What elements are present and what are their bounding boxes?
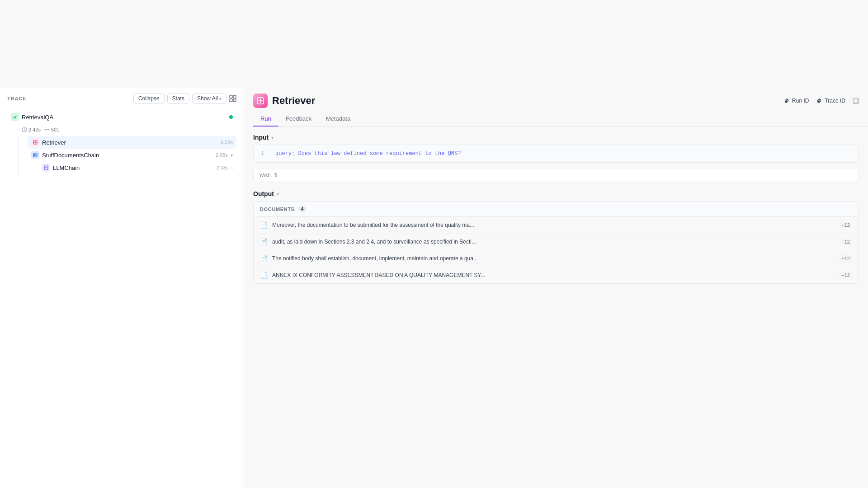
doc-icon-4: 📄	[260, 272, 268, 279]
llmchain-name: LLMChain	[53, 164, 214, 171]
svg-rect-0	[230, 95, 232, 98]
detail-header: Retriever Run ID Trace ID	[253, 88, 868, 108]
chevron-down-icon: ▾	[219, 96, 222, 101]
doc-badge-1: +12	[839, 222, 852, 228]
format-chevron-icon: ⇅	[274, 172, 278, 178]
llmchain-icon	[42, 164, 50, 172]
expand-icon[interactable]	[853, 98, 859, 104]
detail-tabs: Run Feedback Metadata	[253, 112, 868, 127]
document-row-2[interactable]: 📄 audit, as laid down in Sections 2.3 an…	[254, 234, 859, 250]
document-row-4[interactable]: 📄 ANNEX IX CONFORMITY ASSESSMENT BASED O…	[254, 267, 859, 283]
retrievalqa-name: RetrievalQA	[22, 114, 226, 121]
doc-text-3: The notified body shall establish, docum…	[272, 255, 835, 262]
documents-count-badge: 4	[298, 206, 307, 212]
trace-header: TRACE Collapse Stats Show All ▾	[0, 88, 244, 107]
trace-id-button[interactable]: Trace ID	[816, 98, 845, 104]
doc-icon-3: 📄	[260, 255, 268, 262]
line-number: 1	[261, 150, 268, 157]
retriever-icon	[31, 138, 39, 146]
svg-rect-3	[233, 99, 236, 102]
trace-label: TRACE	[7, 96, 26, 101]
input-section-header[interactable]: Input ▾	[253, 134, 859, 141]
svg-point-10	[34, 154, 36, 156]
doc-badge-2: +12	[839, 239, 852, 245]
doc-badge-4: +12	[839, 272, 852, 278]
output-chevron-icon: ▾	[277, 192, 279, 197]
content-area: Input ▾ 1 query: Does this law defined s…	[253, 134, 868, 284]
retrievalqa-icon	[11, 113, 19, 121]
tree-root: RetrievalQA 2.42s 501	[7, 111, 236, 174]
format-label: YAML	[259, 173, 272, 178]
detail-name: Retriever	[272, 95, 315, 107]
input-code-text: query: Does this law defined some requir…	[275, 150, 461, 157]
document-row-3[interactable]: 📄 The notified body shall establish, doc…	[254, 250, 859, 267]
show-all-button[interactable]: Show All ▾	[192, 94, 226, 103]
tab-metadata[interactable]: Metadata	[319, 112, 358, 127]
tree-item-retriever[interactable]: Retriever 0.33s	[28, 136, 236, 149]
doc-badge-3: +12	[839, 255, 852, 262]
input-code-block: 1 query: Does this law defined some requ…	[253, 145, 859, 163]
retriever-time: 0.33s	[221, 140, 233, 145]
run-id-button[interactable]: Run ID	[783, 98, 809, 104]
stuffdocuments-chevron-icon: ▾	[231, 153, 233, 158]
root-tokens-badge: 501	[44, 127, 59, 132]
input-chevron-icon: ▾	[271, 135, 274, 140]
document-row-1[interactable]: 📄 Moreover, the documentation to be subm…	[254, 217, 859, 234]
svg-point-5	[46, 129, 47, 131]
tree-meta-root: 2.42s 501	[7, 126, 236, 135]
tab-feedback[interactable]: Feedback	[278, 112, 319, 127]
tree-item-stuffdocumentschain[interactable]: StuffDocumentsChain 2.08s ▾	[28, 149, 236, 161]
svg-rect-1	[233, 95, 236, 98]
trace-actions: Collapse Stats Show All ▾	[133, 94, 236, 103]
tree-item-retrievalqa[interactable]: RetrievalQA	[7, 111, 236, 123]
tree-item-llmchain[interactable]: LLMChain 2.08s ›	[38, 161, 236, 174]
stuffdocuments-time: 2.08s	[216, 152, 228, 158]
svg-point-7	[48, 129, 49, 131]
doc-icon-2: 📄	[260, 238, 268, 245]
documents-label: DOCUMENTS	[260, 206, 295, 212]
doc-text-2: audit, as laid down in Sections 2.3 and …	[272, 239, 835, 245]
retriever-name: Retriever	[42, 139, 218, 146]
output-section: Output ▾ DOCUMENTS 4 📄 Moreover, the doc…	[253, 190, 859, 284]
doc-text-4: ANNEX IX CONFORMITY ASSESSMENT BASED ON …	[272, 272, 835, 278]
documents-header: DOCUMENTS 4	[254, 202, 859, 217]
svg-point-6	[44, 129, 46, 131]
stats-button[interactable]: Stats	[167, 94, 189, 103]
svg-rect-9	[33, 153, 37, 157]
detail-actions: Run ID Trace ID	[783, 98, 859, 104]
output-section-header[interactable]: Output ▾	[253, 190, 859, 197]
root-time-badge: 2.42s	[22, 127, 41, 132]
detail-title: Retriever	[253, 94, 315, 108]
output-title: Output	[253, 190, 274, 197]
stuffdocuments-icon	[31, 151, 39, 159]
input-title: Input	[253, 134, 269, 141]
collapse-button[interactable]: Collapse	[133, 94, 165, 103]
svg-rect-2	[230, 99, 232, 102]
documents-container: DOCUMENTS 4 📄 Moreover, the documentatio…	[253, 201, 859, 284]
grid-icon[interactable]	[229, 95, 236, 102]
tab-run[interactable]: Run	[253, 112, 278, 127]
llmchain-container: LLMChain 2.08s ›	[28, 161, 236, 174]
code-line: 1 query: Does this law defined some requ…	[261, 150, 851, 157]
status-dot	[229, 115, 233, 119]
svg-rect-13	[853, 98, 859, 103]
trace-tree: RetrievalQA 2.42s 501	[0, 107, 244, 488]
tree-children: Retriever 0.33s StuffDocumentsChain 2.08	[18, 136, 236, 174]
doc-text-1: Moreover, the documentation to be submit…	[272, 222, 835, 228]
retriever-detail-icon	[253, 94, 268, 108]
doc-icon-1: 📄	[260, 221, 268, 229]
stuffdocuments-name: StuffDocumentsChain	[42, 152, 213, 159]
llmchain-chevron-icon: ›	[231, 165, 233, 170]
yaml-format-selector[interactable]: YAML ⇅	[253, 169, 859, 181]
llmchain-time: 2.08s	[217, 165, 229, 170]
